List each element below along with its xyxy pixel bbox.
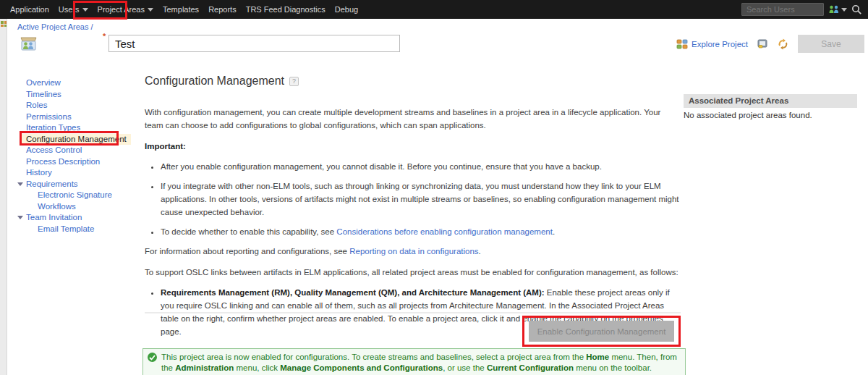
considerations-link[interactable]: Considerations before enabling configura… [336,227,553,236]
msg-seg: menu, click [234,363,280,372]
important-label: Important: [145,140,680,153]
home-menu-ref: Home [586,353,609,361]
associated-project-areas-header: Associated Project Areas [684,94,857,108]
manage-components-ref: Manage Components and Configurations [280,363,443,372]
chevron-down-icon [841,8,847,12]
success-check-icon [148,353,157,362]
edit-page-icon[interactable] [757,38,768,49]
sidebar-item-label: Roles [26,101,47,109]
required-marker: * [103,32,106,41]
explore-project-link[interactable]: Explore Project [676,38,748,49]
success-message: This project area is now enabled for con… [142,348,686,375]
reporting-period: . [479,247,481,256]
nav-item-debug[interactable]: Debug [335,5,358,14]
bullet-decide: To decide whether to enable this capabil… [161,225,680,238]
project-area-icon [19,33,38,56]
chevron-down-icon [148,8,153,12]
left-rail [0,19,7,375]
search-users-input[interactable] [741,3,824,16]
sidebar-item-electronic-signature[interactable]: Electronic Signature [16,190,140,201]
bullet-decide-period: . [553,227,555,236]
search-icon[interactable] [851,4,862,15]
page-title: Configuration Management [145,75,680,88]
sidebar-item-label: Email Template [38,224,94,233]
save-button[interactable]: Save [798,35,864,53]
sidebar-item-iteration-types[interactable]: Iteration Types [16,122,140,134]
sidebar-item-label-selected: Configuration Management [22,134,131,146]
sidebar-item-timelines[interactable]: Timelines [16,89,140,101]
nav-item-reports[interactable]: Reports [208,5,237,14]
current-configuration-ref: Current Configuration [487,363,574,372]
sidebar-item-label: Workflows [38,202,76,211]
help-icon[interactable] [289,77,299,86]
administration-menu-ref: Administration [175,363,234,372]
sidebar-item-roles[interactable]: Roles [16,100,140,111]
sidebar-item-label: Timelines [26,90,61,98]
sidebar-item-configuration-management[interactable]: Configuration Management [16,134,140,146]
sidebar-item-permissions[interactable]: Permissions [16,111,140,123]
users-icon [828,4,840,14]
sidebar-item-label: Permissions [26,112,72,121]
nav-item-label: Application [10,5,49,14]
content-divider [145,312,681,313]
nav-search-area [741,0,862,19]
explore-project-icon [676,38,688,49]
sidebar-item-requirements[interactable]: Requirements [16,179,140,190]
sidebar-item-overview[interactable]: Overview [16,77,140,89]
nav-item-users[interactable]: Users [59,5,88,14]
nav-item-label: Project Areas [98,5,145,14]
sidebar-item-label: Access Control [26,146,82,154]
twisty-down-icon[interactable] [17,216,23,219]
bullet-decide-text: To decide whether to enable this capabil… [161,227,336,236]
reporting-link[interactable]: Reporting on data in configurations [349,247,478,256]
reporting-paragraph: For information about reporting and conf… [145,245,680,258]
rm-bold-lead: Requirements Management (RM), Quality Ma… [161,288,545,297]
user-type-filter[interactable] [828,4,847,14]
sidebar-item-email-template[interactable]: Email Template [16,224,140,235]
sidebar: Overview Timelines Roles Permissions Ite… [16,77,140,235]
refresh-icon[interactable] [777,38,789,50]
sidebar-item-label: Requirements [26,180,78,188]
nav-item-trs-feed-diagnostics[interactable]: TRS Feed Diagnostics [246,5,326,14]
important-bullet-list: After you enable configuration managemen… [145,160,680,238]
sidebar-item-label: Overview [26,78,61,87]
bullet-integrate: If you integrate with other non-ELM tool… [161,180,680,219]
oslc-paragraph: To support OSLC links between artifacts … [145,266,680,279]
sidebar-item-team-invitation[interactable]: Team Invitation [16,212,140,224]
sidebar-item-label: Electronic Signature [38,190,112,199]
sidebar-item-label: History [26,168,52,177]
collapse-grid-icon[interactable] [1,21,7,27]
bullet-backup: After you enable configuration managemen… [161,160,680,173]
sidebar-item-label: Iteration Types [26,123,80,132]
intro-paragraph: With configuration management, you can c… [145,106,680,132]
project-name-input[interactable] [109,35,400,52]
enable-configuration-management-button[interactable]: Enable Configuration Management [529,321,674,342]
nav-item-label: Reports [208,5,237,14]
chevron-down-icon [82,8,88,12]
nav-item-templates[interactable]: Templates [163,5,199,14]
sidebar-item-workflows[interactable]: Workflows [16,201,140,213]
nav-item-label: Users [59,5,80,14]
sidebar-item-label: Team Invitation [26,213,82,222]
nav-item-label: Templates [163,5,199,14]
header-actions: Explore Project Save [676,35,864,53]
sidebar-item-label: Process Description [26,157,100,166]
breadcrumb[interactable]: Active Project Areas / [17,22,93,31]
sidebar-item-history[interactable]: History [16,167,140,179]
nav-item-project-areas[interactable]: Project Areas [98,5,153,14]
sidebar-item-process-description[interactable]: Process Description [16,156,140,168]
sidebar-item-access-control[interactable]: Access Control [16,145,140,156]
msg-seg: , or use the [443,363,487,372]
nav-item-label: TRS Feed Diagnostics [246,5,326,14]
nav-item-label: Debug [335,5,358,14]
msg-seg: menu on the toolbar. [574,363,652,372]
success-message-text: This project area is now enabled for con… [161,352,679,374]
top-nav-items: Application Users Project Areas Template… [0,5,358,14]
page-title-text: Configuration Management [145,75,284,88]
top-nav: Application Users Project Areas Template… [0,0,868,19]
twisty-down-icon[interactable] [17,182,23,186]
msg-seg: This project area is now enabled for con… [161,353,586,361]
nav-item-application[interactable]: Application [10,5,49,14]
reporting-text: For information about reporting and conf… [145,247,349,256]
associated-project-areas-empty: No associated project areas found. [684,111,812,119]
